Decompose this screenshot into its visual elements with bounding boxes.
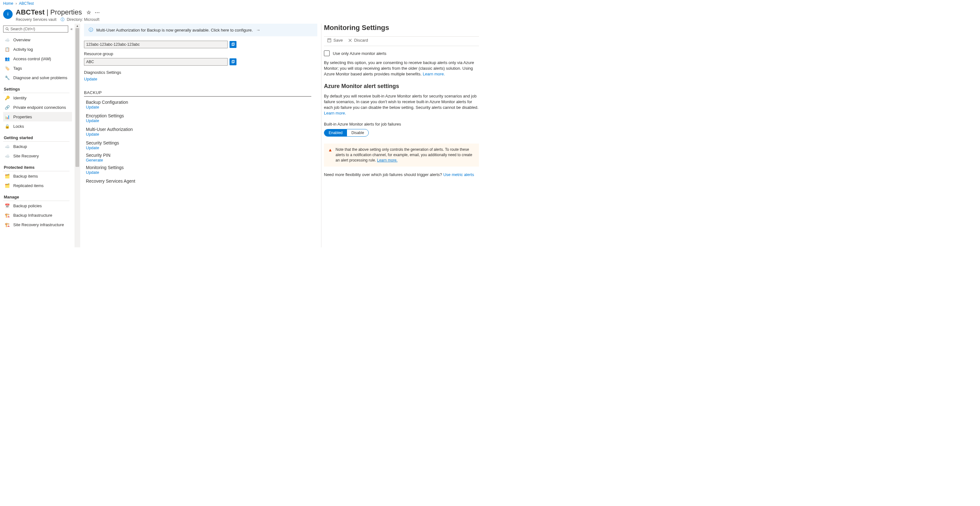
diagnostics-label: Diagnostics Settings	[84, 70, 317, 75]
security-settings-link[interactable]: Update	[86, 146, 99, 150]
note-text: Note that the above setting only control…	[336, 147, 475, 163]
alert-settings-text: By default you will receive built-in Azu…	[324, 94, 478, 110]
sidebar-item-backup-policies[interactable]: 📅Backup policies	[3, 201, 72, 210]
sidebar-item-backup-infra[interactable]: 🏗️Backup Infrastructure	[3, 210, 72, 220]
sidebar-item-tags[interactable]: 🏷️Tags	[3, 63, 72, 73]
toggle-disable[interactable]: Disable	[347, 129, 368, 136]
info-small-icon: ⓘ	[60, 17, 64, 22]
infra-icon: 🏗️	[5, 222, 10, 227]
mua-link[interactable]: Update	[86, 132, 99, 136]
sidebar-item-label: Locks	[13, 124, 24, 129]
sidebar-item-site-recovery-infra[interactable]: 🏗️Site Recovery infrastructure	[3, 220, 72, 229]
sidebar-item-site-recovery[interactable]: ☁️Site Recovery	[3, 151, 72, 160]
sidebar-item-activity-log[interactable]: 📋Activity log	[3, 44, 72, 54]
info-banner[interactable]: ⓘ Multi-User Authorization for Backup is…	[84, 24, 317, 36]
sidebar-scrollbar[interactable]: ▲	[75, 24, 80, 247]
divider	[84, 96, 311, 97]
sidebar-item-label: Overview	[13, 38, 30, 42]
replicated-icon: 🗂️	[5, 182, 10, 188]
job-failures-toggle[interactable]: Enabled Disable	[324, 129, 369, 136]
sidebar-item-label: Activity log	[13, 47, 33, 52]
breadcrumb-item[interactable]: ABCTest	[19, 1, 34, 6]
checkbox-icon	[324, 51, 329, 56]
resource-group-label: Resource group	[84, 51, 317, 56]
svg-point-2	[6, 28, 8, 30]
favorite-star-icon[interactable]: ☆	[86, 10, 91, 16]
sidebar-section-protected: Protected items	[4, 165, 75, 170]
collapse-sidebar-icon[interactable]: «	[70, 27, 73, 31]
items-icon: 🗂️	[5, 173, 10, 179]
resource-group-field[interactable]	[84, 58, 228, 66]
sidebar-item-access-control[interactable]: 👥Access control (IAM)	[3, 54, 72, 63]
sidebar-item-label: Diagnose and solve problems	[13, 75, 67, 80]
discard-button[interactable]: Discard	[348, 38, 368, 43]
note-text-content: Note that the above setting only control…	[336, 148, 473, 162]
sidebar-item-label: Replicated items	[13, 183, 44, 188]
sidebar-item-label: Site Recovery infrastructure	[13, 222, 64, 227]
panel-title: Monitoring Settings	[324, 24, 479, 36]
sidebar-item-private-endpoint[interactable]: 🔗Private endpoint connections	[3, 103, 72, 112]
sidebar-item-backup-items[interactable]: 🗂️Backup items	[3, 171, 72, 181]
note-box: ▲ Note that the above setting only contr…	[324, 144, 479, 166]
people-icon: 👥	[5, 56, 10, 62]
learn-more-link[interactable]: Learn more.	[423, 71, 445, 76]
sidebar-item-properties[interactable]: 📊Properties	[3, 112, 72, 121]
directory-label: Directory: Microsoft	[67, 17, 99, 22]
page-header: ABCTest | Properties ☆ ⋯ Recovery Servic…	[0, 6, 479, 24]
monitoring-settings-link[interactable]: Update	[86, 170, 99, 175]
save-button[interactable]: Save	[327, 38, 343, 43]
footer-text: Need more flexibility over which job fai…	[324, 172, 443, 177]
alert-settings-heading: Azure Monitor alert settings	[324, 83, 479, 90]
save-icon	[327, 38, 331, 43]
warning-icon: ▲	[328, 147, 332, 163]
key-icon: 🔑	[5, 95, 10, 101]
banner-text: Multi-User Authorization for Backup is n…	[96, 28, 253, 32]
endpoint-icon: 🔗	[5, 105, 10, 110]
svg-point-0	[8, 13, 8, 14]
backup-config-link[interactable]: Update	[86, 105, 99, 109]
copy-button[interactable]	[229, 41, 237, 48]
breadcrumb: Home › ABCTest	[0, 0, 479, 6]
sidebar-section-manage: Manage	[4, 195, 75, 199]
page-title-right: Properties	[50, 8, 82, 16]
checkbox-label: Use only Azure monitor alerts	[333, 51, 387, 56]
scroll-up-icon[interactable]: ▲	[76, 24, 79, 27]
diagnostics-update-link[interactable]: Update	[84, 77, 97, 81]
svg-rect-8	[328, 38, 331, 42]
policies-icon: 📅	[5, 203, 10, 208]
search-input[interactable]: Search (Ctrl+/)	[3, 25, 68, 32]
copy-icon	[231, 43, 235, 46]
svg-rect-1	[8, 14, 8, 16]
close-icon	[348, 38, 352, 43]
encryption-link[interactable]: Update	[86, 118, 99, 123]
breadcrumb-home[interactable]: Home	[3, 1, 13, 6]
sidebar-item-diagnose[interactable]: 🔧Diagnose and solve problems	[3, 73, 72, 82]
note-learn-more-link[interactable]: Learn more.	[377, 158, 398, 162]
copy-button[interactable]	[229, 59, 237, 65]
toggle-enabled[interactable]: Enabled	[324, 129, 347, 136]
sidebar-item-locks[interactable]: 🔒Locks	[3, 121, 72, 131]
info-icon	[3, 10, 13, 19]
sidebar-item-label: Properties	[13, 114, 32, 119]
sidebar-item-overview[interactable]: ☁️Overview	[3, 35, 72, 44]
sidebar-item-replicated-items[interactable]: 🗂️Replicated items	[3, 181, 72, 190]
page-title: ABCTest | Properties ☆ ⋯	[16, 8, 100, 16]
copy-icon	[231, 60, 235, 64]
sidebar-item-identity[interactable]: 🔑Identity	[3, 93, 72, 103]
log-icon: 📋	[5, 46, 10, 52]
scrollbar-thumb[interactable]	[75, 28, 79, 167]
encryption-label: Encryption Settings	[86, 113, 317, 118]
more-icon[interactable]: ⋯	[95, 10, 100, 16]
use-metric-alerts-link[interactable]: Use metric alerts	[443, 172, 474, 177]
search-placeholder: Search (Ctrl+/)	[10, 27, 35, 31]
resource-id-field[interactable]	[84, 41, 228, 48]
sidebar-item-label: Backup	[13, 144, 27, 149]
learn-more-link[interactable]: Learn more.	[324, 111, 346, 116]
sidebar-item-backup[interactable]: ☁️Backup	[3, 142, 72, 151]
backup-config-label: Backup Configuration	[86, 100, 317, 105]
sidebar-item-label: Private endpoint connections	[13, 105, 66, 110]
security-pin-link[interactable]: Generate	[86, 158, 103, 162]
sidebar-item-label: Identity	[13, 95, 27, 100]
backup-icon: ☁️	[5, 144, 10, 149]
use-azure-monitor-checkbox[interactable]: Use only Azure monitor alerts	[324, 51, 479, 56]
